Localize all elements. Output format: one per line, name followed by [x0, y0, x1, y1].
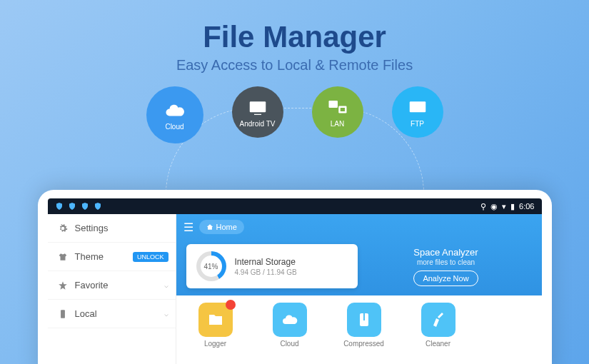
shield-icon: [94, 202, 102, 211]
storage-detail: 4.94 GB / 11.94 GB: [235, 268, 297, 276]
sidebar-item-local[interactable]: Local ⌵: [48, 300, 176, 328]
sidebar-label: Local: [75, 308, 97, 319]
storage-percent: 41%: [201, 256, 222, 277]
notification-badge: [226, 300, 236, 310]
chevron-down-icon: ⌵: [164, 310, 168, 318]
lan-icon: [326, 97, 350, 118]
star-icon: [58, 280, 68, 290]
tile-label: Logger: [204, 340, 226, 348]
svg-rect-5: [409, 101, 426, 112]
tile-label: Cleaner: [426, 340, 450, 348]
lan-label: LAN: [331, 120, 344, 128]
phone-icon: [58, 309, 68, 319]
svg-rect-2: [328, 101, 338, 108]
sidebar-item-settings[interactable]: Settings: [48, 214, 176, 243]
ftp-icon: [406, 97, 430, 118]
unlock-badge[interactable]: UNLOCK: [133, 252, 168, 262]
tv-label: Android TV: [240, 120, 276, 128]
sidebar: Settings Theme UNLOCK Favorite ⌵ Local ⌵: [48, 214, 176, 364]
hero-title: File Manager: [0, 20, 589, 54]
ftp-label: FTP: [411, 120, 424, 128]
analyze-button[interactable]: Analyze Now: [413, 271, 478, 286]
storage-card[interactable]: 41% Internal Storage 4.94 GB / 11.94 GB: [186, 244, 358, 288]
brush-icon: [430, 311, 447, 328]
breadcrumb-home[interactable]: Home: [199, 220, 244, 234]
menu-icon[interactable]: ☰: [183, 221, 193, 234]
shirt-icon: [58, 252, 68, 262]
svg-rect-6: [61, 310, 65, 318]
lan-circle: LAN: [312, 86, 363, 138]
wifi-icon: ▾: [502, 202, 506, 211]
tablet-frame: ⚲ ◉ ▾ ▮ 6:06 Settings Theme UNLOCK: [38, 190, 552, 364]
status-bar: ⚲ ◉ ▾ ▮ 6:06: [48, 198, 542, 214]
tile-cloud[interactable]: Cloud: [265, 303, 315, 348]
shield-icon: [81, 202, 89, 211]
shield-icon: [68, 202, 76, 211]
tile-cleaner[interactable]: Cleaner: [413, 303, 463, 348]
sidebar-label: Settings: [75, 223, 109, 233]
sidebar-item-theme[interactable]: Theme UNLOCK: [48, 243, 176, 271]
ftp-circle: FTP: [392, 86, 443, 138]
analyzer-subtitle: more files to clean: [368, 258, 525, 266]
breadcrumb-label: Home: [216, 223, 237, 231]
bluetooth-icon: ⚲: [480, 202, 486, 211]
status-time: 6:06: [519, 202, 534, 211]
svg-rect-8: [363, 313, 365, 320]
cloud-icon: [163, 100, 187, 121]
sidebar-item-favorite[interactable]: Favorite ⌵: [48, 271, 176, 300]
gear-icon: [58, 223, 68, 233]
analyzer-title: Space Analyzer: [368, 247, 525, 258]
storage-ring: 41%: [196, 251, 226, 281]
sync-icon: ◉: [490, 202, 498, 211]
cloud-circle: Cloud: [146, 86, 203, 143]
cloud-label: Cloud: [165, 123, 183, 131]
tile-label: Cloud: [280, 340, 298, 348]
sidebar-label: Favorite: [75, 280, 109, 290]
cloud-icon: [281, 311, 298, 328]
svg-rect-0: [249, 101, 266, 112]
battery-icon: ▮: [510, 202, 515, 211]
tile-logger[interactable]: Logger: [191, 303, 241, 348]
tile-label: Compressed: [343, 340, 384, 348]
zip-icon: [356, 311, 373, 328]
storage-title: Internal Storage: [235, 257, 297, 267]
sidebar-label: Theme: [75, 251, 104, 262]
folder-icon: [207, 311, 224, 328]
chevron-down-icon: ⌵: [164, 281, 168, 289]
tile-compressed[interactable]: Compressed: [339, 303, 389, 348]
svg-point-4: [341, 108, 343, 111]
shield-icon: [55, 202, 64, 211]
svg-rect-1: [254, 113, 261, 114]
tv-circle: Android TV: [232, 86, 283, 138]
hero-subtitle: Easy Access to Local & Remote Files: [0, 57, 589, 74]
feature-circles: Cloud Android TV LAN FTP: [0, 86, 589, 143]
home-icon: [206, 223, 213, 231]
tv-icon: [246, 97, 270, 118]
